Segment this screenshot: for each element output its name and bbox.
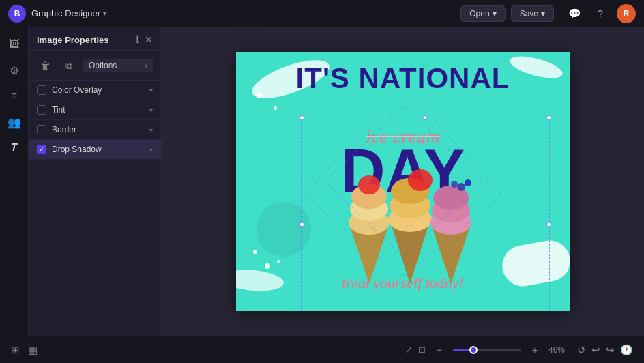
- grid-icon[interactable]: ▦: [28, 344, 38, 356]
- avatar-initials: R: [624, 9, 630, 18]
- border-chevron-icon: ▾: [149, 126, 153, 134]
- prop-row-color-overlay[interactable]: Color Overlay ▾: [29, 81, 161, 100]
- drop-shadow-checkbox[interactable]: [37, 145, 46, 154]
- topbar-icons: 💬 ? R: [565, 4, 636, 23]
- open-button[interactable]: Open ▾: [460, 5, 505, 22]
- rail-people-icon[interactable]: 👥: [3, 111, 26, 134]
- save-chevron-icon: ▾: [541, 9, 545, 18]
- color-overlay-chevron-icon: ▾: [149, 87, 153, 94]
- dot-5: [277, 260, 280, 263]
- panel-properties-list: Color Overlay ▾ Tint ▾ Border ▾ Drop Sha…: [29, 81, 161, 336]
- teal-blob: [257, 202, 311, 257]
- app-logo[interactable]: B: [8, 5, 26, 23]
- zoom-in-button[interactable]: +: [527, 342, 543, 358]
- prop-row-border[interactable]: Border ▾: [29, 120, 161, 140]
- dot-4: [265, 263, 270, 269]
- prop-row-drop-shadow[interactable]: Drop Shadow ▾: [29, 140, 161, 160]
- options-button[interactable]: Options ›: [83, 59, 153, 72]
- redo-icon[interactable]: ↪: [606, 344, 615, 356]
- panel-info-icon[interactable]: ℹ: [136, 34, 139, 45]
- sel-handle-tr[interactable]: [546, 115, 551, 120]
- rail-layers-icon[interactable]: ≡: [3, 85, 26, 108]
- layers-icon[interactable]: ⊞: [11, 344, 20, 356]
- dot-1: [257, 93, 262, 98]
- panel-title: Image Properties: [37, 35, 136, 45]
- dot-3: [253, 250, 257, 254]
- undo-icon[interactable]: ↩: [591, 344, 600, 356]
- panel-header: Image Properties ℹ ✕: [29, 27, 161, 51]
- poster: IT'S NATIONAL ice cream DAY treat yourse…: [236, 52, 570, 311]
- panel-copy-icon[interactable]: ⧉: [60, 57, 78, 74]
- bottom-right-icons: ↺ ↩ ↪ 🕐: [577, 344, 633, 356]
- rail-image-icon[interactable]: 🖼: [3, 33, 26, 56]
- rotate-left-icon[interactable]: ↺: [577, 344, 586, 356]
- image-properties-panel: Image Properties ℹ ✕ 🗑 ⧉ Options › Color…: [29, 27, 162, 336]
- svg-point-15: [465, 179, 471, 186]
- svg-point-14: [457, 183, 465, 191]
- zoom-slider-thumb[interactable]: [469, 346, 478, 354]
- main-area: 🖼 ⚙ ≡ 👥 T Image Properties ℹ ✕ 🗑 ⧉ Optio…: [0, 27, 644, 336]
- color-overlay-label: Color Overlay: [52, 85, 149, 95]
- options-label: Options: [89, 61, 117, 70]
- border-checkbox[interactable]: [37, 125, 46, 134]
- zoom-fit-icon[interactable]: ⊡: [418, 345, 426, 355]
- history-icon[interactable]: 🕐: [620, 344, 633, 356]
- svg-point-16: [451, 181, 458, 188]
- help-icon[interactable]: ?: [591, 4, 610, 23]
- rail-text-icon[interactable]: T: [3, 136, 26, 160]
- options-chevron-icon: ›: [145, 62, 147, 70]
- app-title[interactable]: Graphic Designer ▾: [31, 8, 106, 18]
- svg-point-4: [358, 175, 380, 194]
- dot-2: [274, 106, 277, 110]
- zoom-percent: 46%: [548, 345, 569, 355]
- tint-label: Tint: [52, 105, 149, 115]
- bottombar: ⊞ ▦ ⤢ ⊡ − + 46% ↺ ↩ ↪ 🕐: [0, 336, 644, 363]
- canvas-area[interactable]: IT'S NATIONAL ice cream DAY treat yourse…: [162, 27, 644, 336]
- avatar[interactable]: R: [617, 4, 636, 23]
- prop-row-tint[interactable]: Tint ▾: [29, 100, 161, 120]
- sel-handle-tl[interactable]: [299, 115, 304, 120]
- save-button[interactable]: Save ▾: [511, 5, 554, 22]
- icon-rail: 🖼 ⚙ ≡ 👥 T: [0, 27, 29, 336]
- panel-close-icon[interactable]: ✕: [145, 34, 153, 45]
- save-label: Save: [520, 9, 538, 18]
- topbar: B Graphic Designer ▾ Open ▾ Save ▾ 💬 ? R: [0, 0, 644, 27]
- sel-handle-rm[interactable]: [546, 222, 551, 227]
- canvas-container: IT'S NATIONAL ice cream DAY treat yourse…: [236, 52, 570, 311]
- rail-adjust-icon[interactable]: ⚙: [3, 59, 26, 82]
- poster-title: IT'S NATIONAL: [236, 64, 570, 93]
- zoom-slider[interactable]: [453, 349, 521, 351]
- sel-handle-tm[interactable]: [423, 115, 428, 120]
- app-title-text: Graphic Designer: [31, 8, 100, 18]
- fit-screen-icon[interactable]: ⤢: [405, 345, 413, 355]
- color-overlay-checkbox[interactable]: [37, 85, 46, 95]
- ice-cream-svg: [314, 141, 492, 284]
- drop-shadow-label: Drop Shadow: [52, 145, 149, 154]
- title-chevron-icon: ▾: [103, 10, 106, 17]
- panel-header-icons: ℹ ✕: [136, 34, 153, 45]
- zoom-controls: ⤢ ⊡ − + 46%: [405, 342, 569, 358]
- panel-actions: 🗑 ⧉ Options ›: [29, 51, 161, 81]
- svg-point-9: [408, 169, 433, 191]
- border-label: Border: [52, 125, 149, 134]
- open-chevron-icon: ▾: [493, 9, 497, 18]
- open-label: Open: [469, 9, 489, 18]
- comment-icon[interactable]: 💬: [565, 4, 584, 23]
- tint-chevron-icon: ▾: [149, 106, 153, 114]
- zoom-out-button[interactable]: −: [431, 342, 448, 358]
- panel-delete-icon[interactable]: 🗑: [37, 57, 55, 74]
- drop-shadow-chevron-icon: ▾: [149, 146, 153, 154]
- tint-checkbox[interactable]: [37, 105, 46, 115]
